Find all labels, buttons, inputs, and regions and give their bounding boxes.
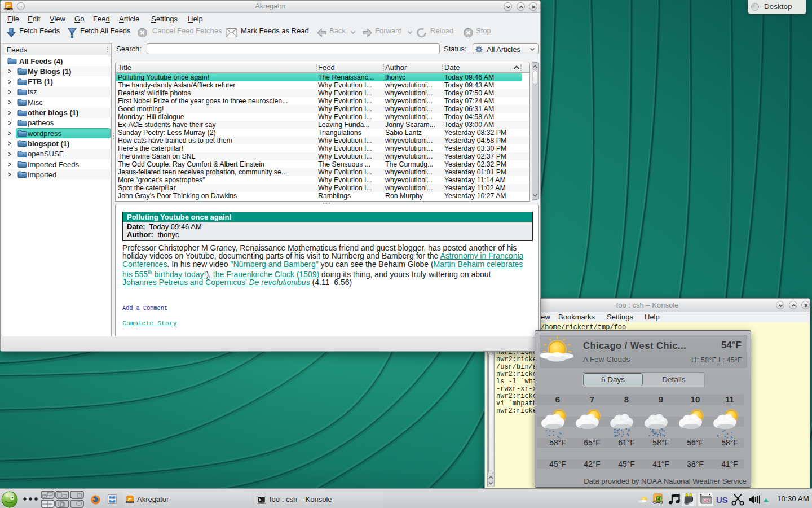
svg-text:4: 4 [657, 496, 660, 502]
svg-text:UPS: UPS [703, 499, 710, 502]
